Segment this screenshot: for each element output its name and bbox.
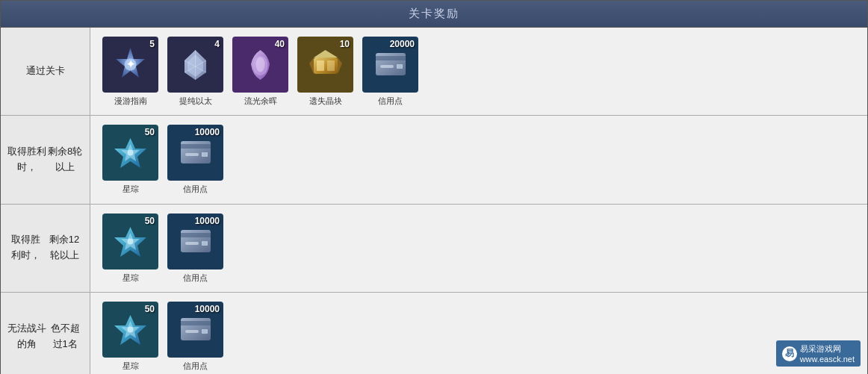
- svg-point-8: [256, 57, 265, 72]
- watermark-text: 易采游戏网 www.easck.net: [800, 343, 855, 364]
- svg-marker-12: [338, 57, 342, 74]
- reward-name-1-0: 星琮: [123, 184, 139, 194]
- section-label-0: 通过关卡: [1, 28, 90, 115]
- title-bar: 关卡奖励: [1, 1, 867, 28]
- reward-name-3-0: 星琮: [123, 361, 139, 371]
- svg-rect-16: [376, 56, 406, 60]
- reward-item-0-2: 40 流光余晖: [232, 37, 288, 106]
- section-label-text-2-1: 剩余12轮以上: [45, 232, 84, 264]
- reward-item-0-1: 4 提纯以太: [167, 37, 223, 106]
- svg-point-43: [202, 329, 207, 334]
- reward-name-2-1: 信用点: [183, 272, 208, 283]
- section-label-text-3-1: 色不超过1名: [46, 321, 84, 352]
- reward-item-0-3: 10 遗失晶块: [297, 37, 353, 106]
- reward-item-1-1: 10000 信用点: [167, 125, 223, 194]
- section-label-text-0-0: 通过关卡: [26, 63, 65, 79]
- reward-name-1-1: 信用点: [183, 184, 208, 194]
- reward-count-3-0: 50: [145, 304, 155, 314]
- watermark-logo: 易: [782, 346, 797, 361]
- reward-count-1-1: 10000: [195, 127, 220, 137]
- reward-box-0-4: 20000: [362, 37, 418, 93]
- reward-box-1-1: 10000: [167, 125, 223, 181]
- reward-count-0-1: 4: [214, 39, 220, 49]
- reward-name-0-3: 遗失晶块: [309, 96, 342, 106]
- reward-count-3-1: 10000: [195, 304, 220, 314]
- reward-box-1-0: 50: [102, 125, 158, 181]
- section-content-1: 50 星琮10000: [90, 116, 867, 203]
- section-row-1: 取得胜利时，剩余8轮以上50 星琮10000: [1, 116, 867, 204]
- watermark-line2: www.easck.net: [800, 355, 855, 364]
- reward-box-2-1: 10000: [167, 214, 223, 269]
- reward-name-0-4: 信用点: [378, 96, 403, 106]
- reward-item-3-0: 50 星琮: [102, 302, 158, 371]
- svg-rect-13: [317, 60, 324, 71]
- reward-name-0-1: 提纯以太: [179, 96, 212, 106]
- reward-box-0-1: 4: [167, 37, 223, 93]
- reward-count-0-0: 5: [149, 39, 155, 49]
- svg-text:✦: ✦: [126, 58, 135, 70]
- reward-count-0-4: 20000: [390, 39, 415, 49]
- reward-name-0-2: 流光余晖: [244, 96, 277, 106]
- reward-name-0-0: 漫游指南: [114, 96, 147, 106]
- svg-point-22: [128, 150, 134, 156]
- reward-count-2-1: 10000: [195, 216, 220, 226]
- svg-rect-24: [181, 144, 211, 149]
- section-label-text-1-0: 取得胜利时，: [7, 144, 46, 175]
- reward-item-2-1: 10000 信用点: [167, 214, 223, 283]
- svg-point-19: [397, 64, 402, 69]
- reward-name-2-0: 星琮: [123, 272, 139, 283]
- reward-item-3-1: 10000 信用点: [167, 302, 223, 371]
- section-content-3: 50 星琮10000: [90, 293, 867, 374]
- reward-box-2-0: 50: [102, 214, 158, 269]
- section-row-3: 无法战斗的角色不超过1名50 星琮10000: [1, 293, 867, 374]
- reward-item-0-4: 20000 信用点: [362, 37, 418, 106]
- reward-box-0-0: 5 ✦: [102, 37, 158, 93]
- reward-count-0-3: 10: [340, 39, 350, 49]
- svg-marker-10: [314, 50, 338, 57]
- main-container: 关卡奖励 通过关卡5 ✦ 漫游指南4: [0, 0, 868, 374]
- section-label-1: 取得胜利时，剩余8轮以上: [1, 116, 90, 203]
- section-label-2: 取得胜利时，剩余12轮以上: [1, 205, 90, 292]
- reward-count-2-0: 50: [145, 216, 155, 226]
- section-label-3: 无法战斗的角色不超过1名: [1, 293, 90, 374]
- section-row-0: 通过关卡5 ✦ 漫游指南4: [1, 28, 867, 116]
- svg-point-38: [128, 326, 134, 332]
- svg-point-27: [202, 152, 207, 157]
- reward-item-0-0: 5 ✦ 漫游指南: [102, 37, 158, 106]
- watermark-line1: 易采游戏网: [800, 343, 855, 355]
- reward-box-3-0: 50: [102, 302, 158, 358]
- svg-rect-25: [185, 153, 199, 156]
- sections-container: 通过关卡5 ✦ 漫游指南4: [1, 28, 867, 374]
- reward-item-2-0: 50 星琮: [102, 214, 158, 283]
- section-label-text-3-0: 无法战斗的角: [7, 321, 46, 352]
- page-title: 关卡奖励: [409, 7, 459, 19]
- svg-rect-17: [380, 65, 394, 68]
- svg-point-35: [202, 241, 207, 246]
- reward-count-0-2: 40: [275, 39, 285, 49]
- svg-rect-33: [185, 242, 199, 245]
- svg-marker-11: [309, 57, 314, 74]
- svg-point-30: [128, 238, 134, 244]
- section-label-text-2-0: 取得胜利时，: [7, 232, 45, 264]
- reward-item-1-0: 50 星琮: [102, 125, 158, 194]
- reward-name-3-1: 信用点: [183, 361, 208, 371]
- reward-box-0-3: 10: [297, 37, 353, 93]
- svg-rect-40: [181, 321, 211, 325]
- reward-count-1-0: 50: [145, 127, 155, 137]
- section-content-0: 5 ✦ 漫游指南4: [90, 28, 867, 115]
- reward-box-0-2: 40: [232, 37, 288, 93]
- svg-rect-41: [185, 330, 199, 333]
- section-row-2: 取得胜利时，剩余12轮以上50 星琮10000: [1, 205, 867, 293]
- svg-rect-14: [327, 60, 335, 71]
- section-label-text-1-1: 剩余8轮以上: [46, 144, 84, 175]
- reward-box-3-1: 10000: [167, 302, 223, 358]
- watermark: 易 易采游戏网 www.easck.net: [776, 340, 861, 367]
- section-content-2: 50 星琮10000: [90, 205, 867, 292]
- svg-rect-32: [181, 233, 211, 237]
